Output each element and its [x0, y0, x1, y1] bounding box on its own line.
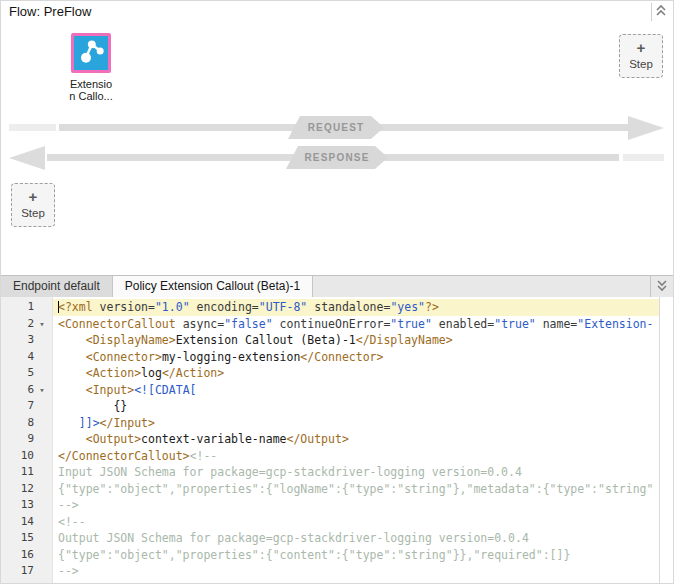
xml-code-editor[interactable]: 12▾3456▾789101112131415161718 <?xml vers… — [1, 297, 673, 583]
code-line-1[interactable]: <?xml version="1.0" encoding="UTF-8" sta… — [53, 299, 660, 316]
response-flow-label: RESPONSE — [286, 146, 388, 169]
add-step-button-request[interactable]: + Step — [619, 34, 663, 78]
add-step-button-response[interactable]: + Step — [11, 183, 55, 227]
code-line-10[interactable]: </ConnectorCallout><!-- — [53, 448, 660, 465]
code-line-17[interactable]: --> — [53, 563, 660, 580]
fold-spacer — [34, 530, 50, 547]
token-tag: <Input> — [86, 383, 134, 397]
request-arrowhead-icon — [628, 116, 664, 140]
token-text: log — [141, 366, 162, 380]
editor-scrollbar[interactable] — [659, 297, 673, 583]
code-area[interactable]: <?xml version="1.0" encoding="UTF-8" sta… — [53, 297, 660, 583]
token-str: "false" — [224, 317, 272, 331]
code-line-15[interactable]: Output JSON Schema for package=gcp-stack… — [53, 530, 660, 547]
token-text: my-logging-extension — [162, 350, 300, 364]
token-comment: <!-- — [58, 515, 86, 529]
token-str: "true" — [494, 317, 536, 331]
line-number: 18 — [1, 580, 34, 584]
gutter-line-8: 8 — [1, 415, 52, 432]
fold-spacer — [34, 415, 50, 432]
policy-icon — [71, 33, 111, 73]
token-comment: {"type":"object","properties":{"content"… — [58, 548, 570, 562]
token-comment: --> — [58, 498, 79, 512]
fold-spacer — [34, 497, 50, 514]
token-attr: continueOnError= — [273, 317, 391, 331]
gutter-line-4: 4 — [1, 349, 52, 366]
gutter-line-13: 13 — [1, 497, 52, 514]
token-attr: version= — [93, 300, 155, 314]
code-line-18[interactable] — [53, 580, 660, 584]
line-number: 1 — [1, 299, 34, 316]
plus-icon: + — [12, 187, 54, 206]
token-comment: {"type":"object","properties":{"logName"… — [58, 482, 653, 496]
tab-policy-extension-callout-beta-1[interactable]: Policy Extension Callout (Beta)-1 — [113, 276, 313, 297]
request-line-start — [9, 124, 56, 131]
flow-header: Flow: PreFlow — [1, 1, 673, 24]
code-line-4[interactable]: <Connector>my-logging-extension</Connect… — [53, 349, 660, 366]
gutter-line-14: 14 — [1, 514, 52, 531]
tab-endpoint-default[interactable]: Endpoint default — [1, 276, 113, 297]
code-line-9[interactable]: <Output>context-variable-name</Output> — [53, 431, 660, 448]
flow-editor-window: Flow: PreFlow Extensio n — [0, 0, 674, 584]
line-number: 16 — [1, 547, 34, 564]
policy-extension-callout[interactable]: Extensio n Callo... — [67, 33, 115, 102]
fold-spacer — [34, 431, 50, 448]
line-number: 8 — [1, 415, 34, 432]
token-str: "Extension- — [577, 317, 653, 331]
fold-spacer — [34, 580, 50, 584]
gutter-line-18: 18 — [1, 580, 52, 584]
gutter-line-10: 10 — [1, 448, 52, 465]
line-number: 17 — [1, 563, 34, 580]
code-line-14[interactable]: <!-- — [53, 514, 660, 531]
line-number: 5 — [1, 365, 34, 382]
gutter-line-9: 9 — [1, 431, 52, 448]
line-number: 15 — [1, 530, 34, 547]
token-attr: enabled= — [432, 317, 494, 331]
fold-toggle-icon[interactable]: ▾ — [34, 316, 50, 333]
token-text: Extension Callout (Beta)-1 — [176, 333, 356, 347]
token-str: "true" — [390, 317, 432, 331]
response-line-end — [623, 154, 664, 161]
token-tag: </Action> — [162, 366, 224, 380]
code-line-3[interactable]: <DisplayName>Extension Callout (Beta)-1<… — [53, 332, 660, 349]
token-comment: <!-- — [190, 449, 218, 463]
code-line-16[interactable]: {"type":"object","properties":{"content"… — [53, 547, 660, 564]
collapse-editor-button[interactable] — [650, 276, 673, 297]
token-tag: <ConnectorCallout — [58, 317, 176, 331]
token-comment: --> — [58, 564, 79, 578]
token-comment: Input JSON Schema for package=gcp-stackd… — [58, 465, 522, 479]
token-text: context-variable-name — [141, 432, 286, 446]
policy-label: Extensio n Callo... — [67, 78, 115, 102]
code-line-12[interactable]: {"type":"object","properties":{"logName"… — [53, 481, 660, 498]
fold-spacer — [34, 365, 50, 382]
code-line-2[interactable]: <ConnectorCallout async="false" continue… — [53, 316, 660, 333]
gutter-line-2: 2▾ — [1, 316, 52, 333]
code-line-13[interactable]: --> — [53, 497, 660, 514]
token-str: "1.0" — [155, 300, 190, 314]
chevron-double-down-icon — [656, 278, 668, 296]
fold-spacer — [34, 514, 50, 531]
share-nodes-icon — [76, 36, 106, 70]
token-text — [58, 333, 86, 347]
token-tag: <Connector> — [86, 350, 162, 364]
code-line-8[interactable]: ]]></Input> — [53, 415, 660, 432]
flow-title: Flow: PreFlow — [9, 4, 91, 19]
request-flow-label: REQUEST — [288, 116, 384, 139]
token-tag: <Output> — [86, 432, 141, 446]
line-number: 14 — [1, 514, 34, 531]
token-tag: </Connector> — [300, 350, 383, 364]
token-tag: </Output> — [287, 432, 349, 446]
collapse-panel-button[interactable] — [651, 3, 670, 21]
code-line-7[interactable]: {} — [53, 398, 660, 415]
code-line-5[interactable]: <Action>log</Action> — [53, 365, 660, 382]
fold-spacer — [34, 547, 50, 564]
token-tag: </DisplayName> — [356, 333, 453, 347]
gutter-line-6: 6▾ — [1, 382, 52, 399]
code-line-11[interactable]: Input JSON Schema for package=gcp-stackd… — [53, 464, 660, 481]
gutter-line-11: 11 — [1, 464, 52, 481]
token-tag: </Input> — [100, 416, 155, 430]
fold-spacer — [34, 448, 50, 465]
code-line-6[interactable]: <Input><![CDATA[ — [53, 382, 660, 399]
token-text — [58, 366, 86, 380]
fold-toggle-icon[interactable]: ▾ — [34, 382, 50, 399]
